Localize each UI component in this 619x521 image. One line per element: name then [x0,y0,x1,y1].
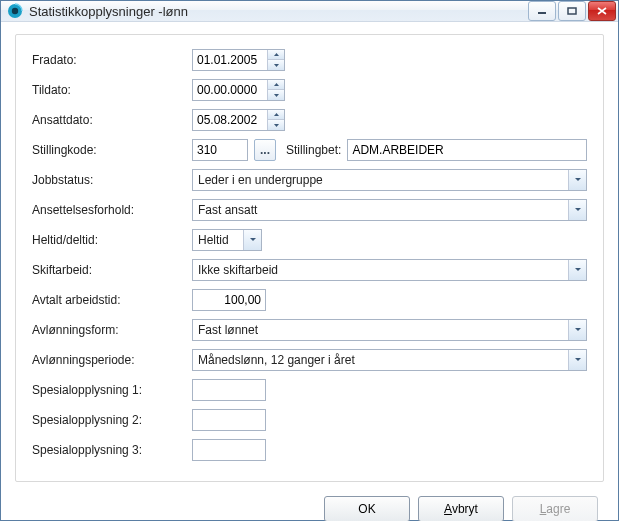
svg-rect-2 [538,12,546,14]
label-tildato: Tildato: [32,83,192,97]
spin-down-icon[interactable] [268,60,284,70]
label-jobbstatus: Jobbstatus: [32,173,192,187]
jobbstatus-value: Leder i en undergruppe [193,173,345,187]
title-bar: Statistikkopplysninger -lønn [1,1,618,22]
chevron-down-icon[interactable] [568,170,586,190]
chevron-down-icon[interactable] [243,230,261,250]
stillingkode-input[interactable] [192,139,248,161]
label-avtalt-arbeidstid: Avtalt arbeidstid: [32,293,192,307]
svg-rect-3 [568,8,576,14]
label-fradato: Fradato: [32,53,192,67]
label-stillingkode: Stillingkode: [32,143,192,157]
spin-down-icon[interactable] [268,120,284,130]
label-stillingbet: Stillingbet: [286,143,341,157]
svg-point-1 [12,8,18,14]
spin-down-icon[interactable] [268,90,284,100]
chevron-down-icon[interactable] [568,350,586,370]
window-title: Statistikkopplysninger -lønn [29,4,522,19]
spesial2-input[interactable] [192,409,266,431]
label-spesial3: Spesialopplysning 3: [32,443,192,457]
dialog-window: Statistikkopplysninger -lønn Fradato: [0,0,619,521]
avlonningsperiode-value: Månedslønn, 12 ganger i året [193,353,377,367]
ansettelsesforhold-value: Fast ansatt [193,203,279,217]
avlonningsperiode-select[interactable]: Månedslønn, 12 ganger i året [192,349,587,371]
avtalt-arbeidstid-input[interactable] [192,289,266,311]
spin-up-icon[interactable] [268,80,284,90]
stillingkode-lookup-button[interactable]: ... [254,139,276,161]
spesial3-input[interactable] [192,439,266,461]
label-avlonningsform: Avlønningsform: [32,323,192,337]
spin-up-icon[interactable] [268,110,284,120]
label-skiftarbeid: Skiftarbeid: [32,263,192,277]
label-ansettelsesforhold: Ansettelsesforhold: [32,203,192,217]
tildato-input[interactable] [193,80,267,100]
ok-button[interactable]: OK [324,496,410,521]
fradato-input[interactable] [193,50,267,70]
minimize-button[interactable] [528,1,556,21]
skiftarbeid-select[interactable]: Ikke skiftarbeid [192,259,587,281]
avlonningsform-value: Fast lønnet [193,323,280,337]
tildato-spinner[interactable] [192,79,285,101]
ansettelsesforhold-select[interactable]: Fast ansatt [192,199,587,221]
chevron-down-icon[interactable] [568,260,586,280]
label-heltid-deltid: Heltid/deltid: [32,233,192,247]
jobbstatus-select[interactable]: Leder i en undergruppe [192,169,587,191]
label-spesial1: Spesialopplysning 1: [32,383,192,397]
label-spesial2: Spesialopplysning 2: [32,413,192,427]
stillingbet-input[interactable] [347,139,587,161]
client-area: Fradato: Tildato: [1,22,618,521]
fradato-spinner[interactable] [192,49,285,71]
label-avlonningsperiode: Avlønningsperiode: [32,353,192,367]
spin-up-icon[interactable] [268,50,284,60]
ansattdato-spinner[interactable] [192,109,285,131]
chevron-down-icon[interactable] [568,200,586,220]
close-button[interactable] [588,1,616,21]
app-icon [7,3,23,19]
dialog-buttons: OK Avbryt Lagre [15,496,604,521]
title-buttons [528,1,616,21]
cancel-button[interactable]: Avbryt [418,496,504,521]
avlonningsform-select[interactable]: Fast lønnet [192,319,587,341]
skiftarbeid-value: Ikke skiftarbeid [193,263,300,277]
save-button[interactable]: Lagre [512,496,598,521]
ansattdato-input[interactable] [193,110,267,130]
heltid-deltid-select[interactable]: Heltid [192,229,262,251]
spesial1-input[interactable] [192,379,266,401]
form-frame: Fradato: Tildato: [15,34,604,482]
chevron-down-icon[interactable] [568,320,586,340]
maximize-button[interactable] [558,1,586,21]
label-ansattdato: Ansattdato: [32,113,192,127]
